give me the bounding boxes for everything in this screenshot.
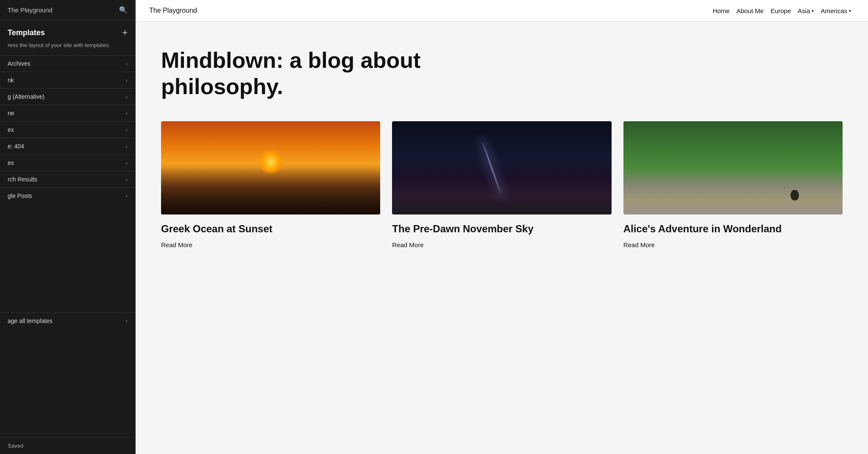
chevron-right-icon: › [126,94,128,100]
chevron-right-icon: › [126,160,128,166]
sidebar-item-label: e: 404 [8,143,24,150]
sidebar-item-label: ex [8,126,14,133]
sidebar-item-label: rch Results [8,176,37,183]
post-title-2: The Pre-Dawn November Sky [392,222,611,235]
templates-header: Templates + [8,28,128,37]
sidebar-item-label: nk [8,77,14,84]
chevron-down-icon: ▾ [812,8,814,13]
preview-navbar: The Playground Home About Me Europe Asia… [136,0,868,22]
chevron-right-icon: › [126,193,128,199]
post-title-1: Greek Ocean at Sunset [161,222,380,235]
post-card-2: The Pre-Dawn November Sky Read More [392,121,611,248]
post-image-1 [161,121,380,214]
chevron-right-icon: › [126,110,128,117]
sidebar-item-label: g (Alternative) [8,93,45,100]
nav-asia[interactable]: Asia ▾ [794,7,817,14]
blog-main-title: Mindblown: a blog about philosophy. [161,47,542,100]
sidebar-item-label: ne [8,110,14,117]
post-card-3: Alice's Adventure in Wonderland Read Mor… [623,121,843,248]
post-title-3: Alice's Adventure in Wonderland [623,222,843,235]
sidebar-app-title: The Playground [8,6,53,14]
sidebar: The Playground 🔍 Templates + ress the la… [0,0,136,454]
post-image-2 [392,121,611,214]
sidebar-header: The Playground 🔍 [0,0,135,20]
nav-europe[interactable]: Europe [767,7,794,14]
sidebar-saved[interactable]: Saved [0,437,135,454]
add-template-button[interactable]: + [122,28,128,37]
sidebar-item-link[interactable]: nk› [0,72,135,88]
post-card-1: Greek Ocean at Sunset Read More [161,121,380,248]
post-image-forest [623,121,843,214]
preview-site-title: The Playground [149,7,197,14]
saved-label: Saved [8,443,23,449]
templates-heading: Templates [8,28,45,37]
sidebar-item-label: Archives [8,60,31,67]
chevron-right-icon: › [126,176,128,183]
nav-about[interactable]: About Me [733,7,767,14]
chevron-right-icon: › [126,77,128,84]
sidebar-item-blog-alt[interactable]: g (Alternative)› [0,88,135,105]
post-read-more-2[interactable]: Read More [392,241,611,248]
search-icon[interactable]: 🔍 [119,6,128,14]
sidebar-item-pages[interactable]: es› [0,154,135,171]
posts-grid: Greek Ocean at Sunset Read More The Pre-… [161,121,843,248]
blog-content: Mindblown: a blog about philosophy. Gree… [136,22,868,454]
sidebar-item-search-results[interactable]: rch Results› [0,171,135,187]
post-read-more-3[interactable]: Read More [623,241,843,248]
chevron-down-icon-2: ▾ [849,8,851,13]
chevron-right-icon: › [126,127,128,133]
main-preview: The Playground Home About Me Europe Asia… [136,0,868,454]
sidebar-item-404[interactable]: e: 404› [0,138,135,154]
nav-americas[interactable]: Americas ▾ [817,7,854,14]
templates-section: Templates + ress the layout of your site… [0,20,135,55]
post-image-night [392,121,611,214]
post-read-more-1[interactable]: Read More [161,241,380,248]
sidebar-item-label: gle Posts [8,192,32,199]
sidebar-item-index[interactable]: ex› [0,121,135,138]
sidebar-item-label: es [8,159,14,166]
sidebar-item-single-posts[interactable]: gle Posts› [0,187,135,204]
chevron-right-icon: › [126,318,128,324]
post-image-3 [623,121,843,214]
preview-nav-links: Home About Me Europe Asia ▾ Americas ▾ [709,7,854,14]
sidebar-item-home[interactable]: ne› [0,105,135,121]
manage-templates-label: age all templates [8,318,53,324]
manage-templates-item[interactable]: age all templates › [0,312,135,329]
nav-home[interactable]: Home [709,7,733,14]
sidebar-item-archives[interactable]: Archives› [0,55,135,72]
templates-description: ress the layout of your site with templa… [8,42,128,49]
post-image-sunset [161,121,380,214]
chevron-right-icon: › [126,143,128,150]
sidebar-nav-list: Archives›nk›g (Alternative)›ne›ex›e: 404… [0,55,135,204]
chevron-right-icon: › [126,61,128,67]
